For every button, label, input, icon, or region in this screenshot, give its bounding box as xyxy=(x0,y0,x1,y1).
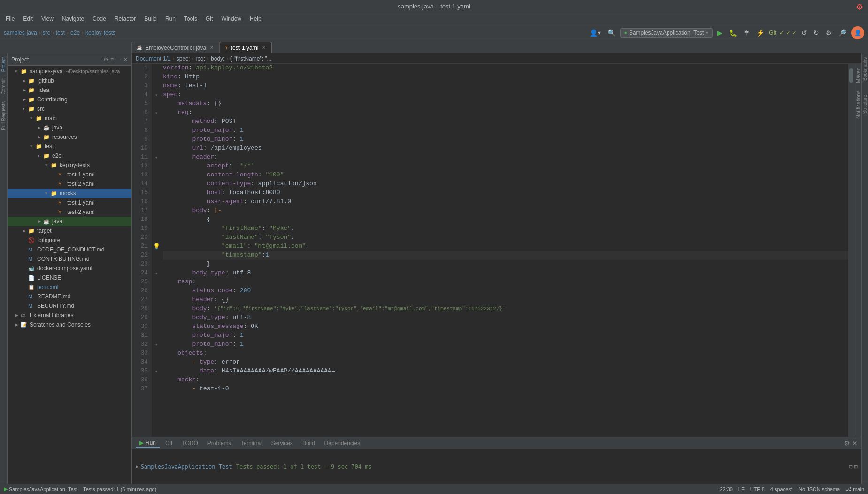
breadcrumb-keploy[interactable]: keploy-tests xyxy=(85,30,115,36)
project-panel-toggle[interactable]: Project xyxy=(1,55,6,74)
structure-label[interactable]: Structure xyxy=(862,95,868,114)
coverage-button[interactable]: ☂ xyxy=(742,28,752,38)
tab-todo[interactable]: TODO xyxy=(178,439,201,448)
tree-docker-compose[interactable]: ▶ 🐋 docker-compose.yaml xyxy=(8,264,131,273)
settings-button[interactable]: ⚙ xyxy=(824,28,834,38)
tree-mock-test1[interactable]: ▶ Y test-1.yaml xyxy=(8,198,131,207)
project-collapse-icon[interactable]: — xyxy=(115,56,121,63)
code-editor[interactable]: 1234567 891011121314 15161718192021 2223… xyxy=(132,64,854,437)
window-controls[interactable]: ⚙ xyxy=(856,2,863,12)
maven-panel-toggle[interactable]: Maven xyxy=(855,64,861,87)
tab-employee-controller[interactable]: ☕ EmployeeController.java ✕ xyxy=(131,42,220,53)
tree-mocks[interactable]: ▾ 📁 mocks xyxy=(8,189,131,198)
menu-navigate[interactable]: Navigate xyxy=(58,15,88,23)
tree-code-of-conduct[interactable]: ▶ M CODE_OF_CONDUCT.md xyxy=(8,245,131,254)
tree-test1-e2e[interactable]: ▶ Y test-1.yaml xyxy=(8,170,131,179)
breadcrumb-samples-java[interactable]: samples-java xyxy=(4,30,37,36)
debug-button[interactable]: 🐛 xyxy=(727,28,739,38)
status-indent[interactable]: 4 spaces* xyxy=(770,486,793,492)
breadcrumb-test[interactable]: test xyxy=(56,30,65,36)
menu-window[interactable]: Window xyxy=(217,15,245,23)
menu-code[interactable]: Code xyxy=(89,15,110,23)
bookmarks-label[interactable]: Bookmarks xyxy=(862,57,868,81)
redo-button[interactable]: ↻ xyxy=(812,28,821,38)
editor-scrollbar[interactable] xyxy=(848,64,854,437)
tab-git-bottom[interactable]: Git xyxy=(161,439,176,448)
menu-file[interactable]: File xyxy=(2,15,18,23)
breadcrumb-src[interactable]: src xyxy=(43,30,50,36)
tab-terminal[interactable]: Terminal xyxy=(237,439,266,448)
menu-tools[interactable]: Tools xyxy=(180,15,201,23)
bottom-close-icon[interactable]: ✕ xyxy=(852,440,858,447)
tree-src[interactable]: ▾ 📁 src xyxy=(8,104,131,114)
search-everywhere-btn[interactable]: 🔍 xyxy=(606,28,617,38)
menu-help[interactable]: Help xyxy=(246,15,265,23)
project-close-icon[interactable]: ✕ xyxy=(123,56,128,63)
status-position[interactable]: 22:30 xyxy=(720,486,733,492)
tree-java-main[interactable]: ▶ ☕ java xyxy=(8,123,131,132)
pull-requests-toggle[interactable]: Pull Requests xyxy=(1,99,6,132)
search-button[interactable]: 🔎 xyxy=(837,28,848,38)
tree-java-test[interactable]: ▶ ☕ java xyxy=(8,217,131,226)
tab-services[interactable]: Services xyxy=(268,439,297,448)
tree-resources[interactable]: ▶ 📁 resources xyxy=(8,132,131,142)
tree-main[interactable]: ▾ 📁 main xyxy=(8,114,131,123)
profile-button[interactable]: ⚡ xyxy=(754,28,766,38)
menu-edit[interactable]: Edit xyxy=(19,15,37,23)
menu-run[interactable]: Run xyxy=(161,15,179,23)
fold-25[interactable]: ▾ xyxy=(155,271,158,276)
tree-security[interactable]: ▶ M SECURITY.md xyxy=(8,301,131,311)
fold-33[interactable]: ▾ xyxy=(155,342,158,348)
bottom-settings-icon[interactable]: ⚙ xyxy=(844,440,850,447)
notifications-toggle[interactable]: Notifications xyxy=(855,87,861,122)
close-button[interactable]: ⚙ xyxy=(856,2,863,12)
run-button[interactable]: ▶ xyxy=(715,28,724,38)
vcs-button[interactable]: 👤▾ xyxy=(588,28,603,38)
tree-idea[interactable]: ▶ 📁 .idea xyxy=(8,85,131,95)
fold-36[interactable]: ▾ xyxy=(155,369,158,374)
project-layout-icon[interactable]: ≡ xyxy=(110,56,114,63)
status-line-ending[interactable]: LF xyxy=(738,486,745,492)
tree-mock-test2[interactable]: ▶ Y test-2.yaml xyxy=(8,207,131,217)
undo-button[interactable]: ↺ xyxy=(799,28,809,38)
tree-target[interactable]: ▶ 📁 target xyxy=(8,226,131,236)
close-tab-test1[interactable]: ✕ xyxy=(261,45,267,51)
tab-dependencies[interactable]: Dependencies xyxy=(321,439,364,448)
commit-panel-toggle[interactable]: Commit xyxy=(1,76,6,96)
close-tab-employee[interactable]: ✕ xyxy=(209,45,215,51)
fold-11[interactable]: ▾ xyxy=(155,155,158,160)
panel-minimize-icon[interactable]: ⊟ xyxy=(849,464,853,470)
tree-keploy-tests[interactable]: ▾ 📁 keploy-tests xyxy=(8,160,131,170)
tree-pom[interactable]: ▶ 📋 pom.xml xyxy=(8,282,131,292)
status-encoding[interactable]: UTF-8 xyxy=(750,486,765,492)
menu-git[interactable]: Git xyxy=(202,15,216,23)
panel-expand-icon[interactable]: ⊞ xyxy=(854,464,858,470)
tree-contributing[interactable]: ▶ 📁 Contributing xyxy=(8,95,131,104)
scrollbar-thumb[interactable] xyxy=(849,68,853,83)
tree-github[interactable]: ▶ 📁 .github xyxy=(8,76,131,85)
code-content[interactable]: version: api.keploy.io/v1beta2 kind: Htt… xyxy=(161,64,848,437)
status-run[interactable]: ▶ SamplesJavaApplication_Test xyxy=(4,486,77,492)
tree-license[interactable]: ▶ 📄 LICENSE xyxy=(8,273,131,282)
run-config[interactable]: ● SamplesJavaApplication_Test ▾ xyxy=(620,28,713,38)
menu-build[interactable]: Build xyxy=(140,15,161,23)
tab-run[interactable]: ▶ Run xyxy=(136,439,160,448)
tree-readme[interactable]: ▶ M README.md xyxy=(8,292,131,301)
tree-contributing-md[interactable]: ▶ M CONTRIBUTING.md xyxy=(8,254,131,264)
tab-test1-yaml[interactable]: Y test-1.yaml ✕ xyxy=(220,42,272,53)
tab-build[interactable]: Build xyxy=(299,439,319,448)
project-gear-icon[interactable]: ⚙ xyxy=(103,56,108,63)
tree-test[interactable]: ▾ 📁 test xyxy=(8,142,131,151)
menu-view[interactable]: View xyxy=(38,15,57,23)
status-branch[interactable]: ⎇ main xyxy=(845,486,864,492)
tree-gitignore[interactable]: ▶ 🚫 .gitignore xyxy=(8,236,131,245)
tree-root-samples-java[interactable]: ▾ 📁 samples-java ~/Desktop/samples-java xyxy=(8,67,131,76)
warning-bulb-22[interactable]: 💡 xyxy=(153,243,160,250)
tree-e2e[interactable]: ▾ 📁 e2e xyxy=(8,151,131,160)
status-tests-passed[interactable]: Tests passed: 1 (5 minutes ago) xyxy=(83,486,156,492)
user-avatar[interactable]: 👤 xyxy=(851,26,864,39)
status-schema[interactable]: No JSON schema xyxy=(799,486,840,492)
tree-scratches[interactable]: ▶ 📝 Scratches and Consoles xyxy=(8,320,131,329)
fold-4[interactable]: ▾ xyxy=(155,92,158,98)
tree-test2-e2e[interactable]: ▶ Y test-2.yaml xyxy=(8,179,131,189)
